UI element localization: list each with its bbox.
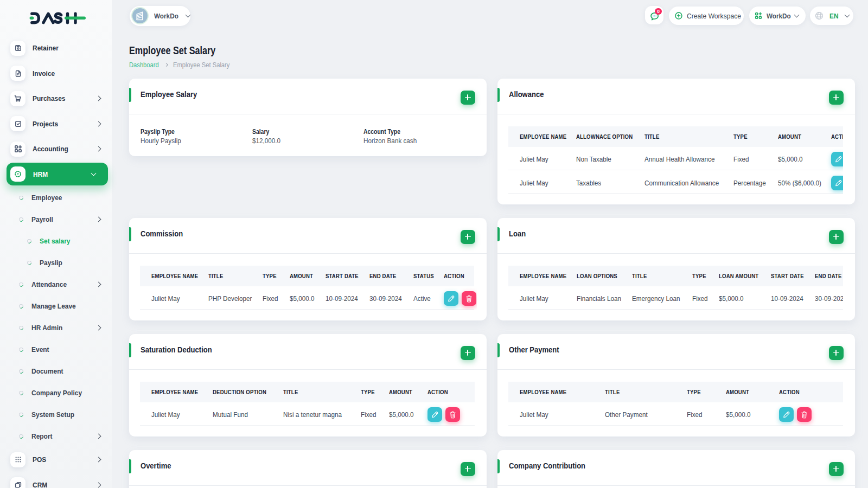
sidebar-item-label: Employee [31, 194, 65, 202]
sidebar-item-system-setup[interactable]: System Setup [0, 404, 112, 426]
sidebar-item-set-salary[interactable]: Set salary [0, 230, 112, 252]
workspace-avatar [132, 8, 148, 23]
check-square-icon [10, 116, 25, 131]
breadcrumb-current: Employee Set Salary [173, 61, 239, 69]
column-header: AMOUNT [767, 126, 820, 147]
table-cell: Mutual Fund [201, 402, 272, 426]
sidebar-item-label: Invoice [33, 69, 57, 78]
workdo-menu[interactable]: WorkDo [749, 7, 806, 25]
card-other-payment: Other Payment EMPLOYEE NAMETITLETYPEAMOU… [497, 334, 855, 436]
sidebar-item-company-policy[interactable]: Company Policy [0, 382, 112, 404]
column-header: START DATE [314, 266, 358, 286]
sidebar-item-crm[interactable]: CRM [0, 472, 112, 488]
table-cell: 10-09-2024 [314, 286, 358, 310]
actions-cell [768, 402, 843, 426]
sidebar-item-hrm[interactable]: HRM [7, 163, 108, 185]
bullet-icon [19, 413, 23, 417]
card-loan: Loan EMPLOYEE NAMELOAN OPTIONSTITLETYPEL… [497, 218, 855, 320]
create-workspace-button[interactable]: Create Workspace [669, 7, 744, 25]
table-cell: Annual Health Allowance [633, 147, 722, 170]
language-selector[interactable]: EN [810, 7, 853, 25]
workdo-menu-label: WorkDo [767, 12, 795, 20]
add-company-contribution-button[interactable] [829, 462, 844, 476]
add-allowance-button[interactable] [829, 91, 844, 105]
edit-button[interactable] [427, 407, 442, 422]
sidebar-item-document[interactable]: Document [0, 361, 112, 382]
add-overtime-button[interactable] [461, 462, 476, 476]
dash-logo[interactable] [0, 0, 92, 35]
edit-button[interactable] [444, 291, 458, 306]
sidebar-item-label: Payslip [40, 259, 65, 267]
sidebar-item-purchases[interactable]: Purchases [0, 86, 112, 112]
breadcrumb-dashboard-link[interactable]: Dashboard [129, 61, 164, 69]
chevron-right-icon [96, 282, 101, 287]
column-header: TYPE [349, 382, 378, 402]
workspace-switcher[interactable]: WorkDo [130, 6, 190, 26]
sidebar-menu: RetainerInvoicePurchasesProjectsAccounti… [0, 36, 112, 488]
column-header: EMPLOYEE NAME [140, 266, 197, 286]
card-employee-salary: Employee Salary Payslip Type Hourly Pays… [129, 79, 487, 156]
column-header: TYPE [675, 382, 714, 402]
sidebar-item-payroll[interactable]: Payroll [0, 209, 112, 230]
page-title: Employee Set Salary [129, 45, 855, 56]
table-cell: Fixed [722, 147, 767, 170]
delete-button[interactable] [445, 407, 460, 422]
sidebar-item-attendance[interactable]: Attendance [0, 274, 112, 296]
table-cell: $5,000.0 [278, 286, 314, 310]
edit-button[interactable] [831, 176, 843, 190]
delete-button[interactable] [462, 291, 476, 306]
table-cell: $5,000.0 [767, 147, 820, 170]
chevron-right-icon [96, 121, 101, 126]
column-header: END DATE [358, 266, 402, 286]
column-header: TITLE [593, 382, 675, 402]
sidebar-item-hr-admin[interactable]: HR Admin [0, 317, 112, 339]
sidebar-item-manage-leave[interactable]: Manage Leave [0, 296, 112, 317]
bullet-icon [19, 217, 23, 222]
column-header: EMPLOYEE NAME [508, 126, 565, 147]
sidebar-item-event[interactable]: Event [0, 339, 112, 361]
delete-button[interactable] [797, 407, 812, 422]
sidebar-item-label: Set salary [40, 237, 73, 245]
sidebar-item-retainer[interactable]: Retainer [0, 36, 112, 61]
column-header: TYPE [251, 266, 278, 286]
add-other-payment-button[interactable] [829, 346, 844, 360]
add-saturation-deduction-button[interactable] [461, 346, 476, 360]
sidebar-item-label: System Setup [31, 410, 78, 419]
add-loan-button[interactable] [829, 230, 844, 244]
bullet-icon [19, 282, 23, 287]
edit-button[interactable] [831, 152, 843, 166]
pencil-icon [431, 411, 438, 418]
column-header: ACTION [416, 382, 475, 402]
other-payment-table: EMPLOYEE NAMETITLETYPEAMOUNTACTIONJuliet… [508, 382, 843, 426]
sidebar-item-pos[interactable]: POS [0, 447, 112, 473]
messages-badge: 0 [655, 8, 662, 15]
loan-table: EMPLOYEE NAMELOAN OPTIONSTITLETYPELOAN A… [508, 266, 843, 310]
sidebar-item-report[interactable]: Report [0, 426, 112, 447]
main-area: WorkDo 0 Create Workspace [112, 0, 868, 488]
edit-button[interactable] [779, 407, 794, 422]
table-cell: Juliet May [508, 286, 565, 310]
column-header: TITLE [272, 382, 349, 402]
globe-icon [815, 11, 824, 20]
column-header: TYPE [681, 266, 707, 286]
sidebar-item-accounting[interactable]: Accounting [0, 137, 112, 162]
add-commission-button[interactable] [461, 230, 476, 244]
sidebar-item-employee[interactable]: Employee [0, 187, 112, 209]
field-value: Horizon Bank cash [363, 137, 475, 145]
card-title: Company Contribution [509, 461, 600, 471]
invoice-icon [10, 66, 25, 81]
add-employee-salary-button[interactable] [461, 91, 476, 105]
sidebar-item-label: Payroll [31, 215, 55, 223]
field-value: Hourly Payslip [141, 137, 252, 145]
messages-button[interactable]: 0 [645, 6, 663, 24]
building-icon [135, 11, 144, 21]
field-value: $12,000.0 [252, 137, 364, 145]
trash-icon [465, 295, 473, 303]
column-header: AMOUNT [714, 382, 768, 402]
sidebar-item-payslip[interactable]: Payslip [0, 252, 112, 274]
commission-table: EMPLOYEE NAMETITLETYPEAMOUNTSTART DATEEN… [140, 266, 474, 310]
sidebar-item-projects[interactable]: Projects [0, 111, 112, 137]
grid-plus-icon [10, 142, 25, 157]
table-header-row: EMPLOYEE NAMETITLETYPEAMOUNTACTION [508, 382, 843, 402]
sidebar-item-invoice[interactable]: Invoice [0, 61, 112, 86]
